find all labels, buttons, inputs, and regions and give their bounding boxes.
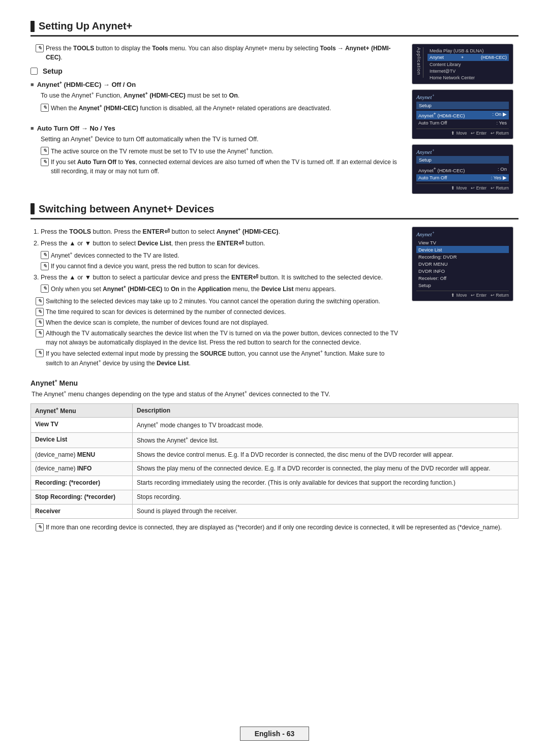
step2-note1-text: Anynet+ devices connected to the TV are … — [51, 250, 179, 260]
screen3-footer: ⬆ Move↩ Enter↩ Return — [416, 183, 509, 191]
step2-note1: ✎ Anynet+ devices connected to the TV ar… — [41, 250, 403, 260]
sub1-title-text: Anynet+ (HDMI-CEC) → Off / On — [37, 80, 136, 88]
screen-setup-1: Anynet+ Setup Anynet+ (HDMI-CEC): On ▶ A… — [412, 89, 513, 139]
note-icon-sw2: ✎ — [36, 308, 44, 316]
screen4-row3: Recording: DVDR — [416, 253, 509, 260]
table-row: Recording: (*recorder) Starts recording … — [31, 476, 518, 490]
sub2-note2-text: If you set Auto Turn Off to Yes, connect… — [51, 158, 403, 176]
sub2-note1: ✎ The active source on the TV remote mus… — [30, 146, 403, 156]
setup-main-content: ✎ Press the TOOLS button to display the … — [30, 44, 403, 194]
screen4-row6: Receiver: Off — [416, 274, 509, 281]
screen1-side-label: Application — [416, 47, 423, 78]
note-icon-sw1: ✎ — [36, 297, 44, 305]
switching-note3-text: When the device scan is complete, the nu… — [46, 318, 268, 327]
switching-main-content: Press the TOOLS button. Press the ENTER⏎… — [30, 227, 403, 369]
screen2-header: Setup — [416, 102, 509, 109]
table-cell-menu-4: (device_name) INFO — [31, 462, 133, 476]
page-footer: English - 63 — [0, 727, 549, 741]
sub1-note-text: When the Anynet+ (HDMI-CEC) function is … — [51, 103, 331, 113]
screen1-row2: Anynet+ (HDMI-CEC) — [428, 54, 509, 61]
note-icon-intro: ✎ — [36, 44, 44, 52]
switching-note5-text: If you have selected external input mode… — [46, 349, 403, 368]
setup-side-images: Application Media Play (USB & DLNA) Anyn… — [412, 44, 518, 194]
table-cell-menu-7: Receiver — [31, 504, 133, 518]
screen1-row4: Internet@TV — [428, 68, 509, 74]
screen3-logo: Anynet+ — [416, 148, 509, 155]
note-icon-table-foot: ✎ — [36, 523, 44, 531]
screen3-header: Setup — [416, 156, 509, 164]
note-icon-step2a: ✎ — [41, 251, 49, 259]
switching-note4-text: Although the TV automatically searches t… — [46, 329, 403, 347]
screen4-row1: View TV — [416, 239, 509, 246]
screen4-row5: DVDR INFO — [416, 267, 509, 274]
anynet-table-footnote: ✎ If more than one recording device is c… — [30, 523, 518, 532]
switching-note4: ✎ Although the TV automatically searches… — [30, 329, 403, 347]
anynet-menu-heading: Anynet+ Menu — [30, 379, 518, 387]
table-cell-desc-7: Sound is played through the receiver. — [133, 504, 518, 518]
table-header-desc: Description — [133, 404, 518, 418]
anynet-menu-desc: The Anynet+ menu changes depending on th… — [30, 389, 518, 400]
sub2-title: Auto Turn Off → No / Yes — [30, 124, 403, 132]
setup-heading: Setup — [30, 67, 403, 75]
screen3-row1: Anynet+ (HDMI-CEC): On — [416, 165, 509, 174]
screen4-logo: Anynet+ — [416, 230, 509, 237]
table-row: View TV Anynet+ mode changes to TV broad… — [31, 418, 518, 433]
setup-intro-text: Press the TOOLS button to display the To… — [46, 44, 403, 62]
switching-note1-text: Switching to the selected devices may ta… — [46, 297, 380, 306]
note-icon-sw4: ✎ — [36, 329, 44, 337]
sub1-title: Anynet+ (HDMI-CEC) → Off / On — [30, 80, 403, 88]
table-cell-desc-3: Shows the device control menus. E.g. If … — [133, 448, 518, 462]
screen1-row1: Media Play (USB & DLNA) — [428, 47, 509, 54]
note-icon-sw3: ✎ — [36, 319, 44, 327]
screen4-footer: ⬆ Move↩ Enter↩ Return — [416, 291, 509, 298]
table-header-menu: Anynet+ Menu — [31, 404, 133, 418]
sub2-title-text: Auto Turn Off → No / Yes — [37, 124, 115, 132]
section2-title-text: Switching between Anynet+ Devices — [39, 203, 214, 215]
table-cell-desc-2: Shows the Anynet+ device list. — [133, 432, 518, 448]
table-cell-menu-5: Recording: (*recorder) — [31, 476, 133, 490]
sub1-body: To use the Anynet+ Function, Anynet+ (HD… — [30, 90, 403, 101]
screen2-row2: Auto Turn Off: Yes — [416, 119, 509, 127]
table-cell-menu-1: View TV — [31, 418, 133, 433]
table-row: Receiver Sound is played through the rec… — [31, 504, 518, 518]
anynet-menu-section: Anynet+ Menu The Anynet+ menu changes de… — [30, 379, 518, 532]
table-cell-menu-6: Stop Recording: (*recorder) — [31, 490, 133, 505]
switching-steps: Press the TOOLS button. Press the ENTER⏎… — [30, 227, 403, 294]
note-icon-sub2a: ✎ — [41, 147, 49, 155]
step3: Press the ▲ or ▼ button to select a part… — [41, 273, 403, 294]
note-icon-sub2b: ✎ — [41, 158, 49, 166]
page-footer-box: English - 63 — [240, 727, 310, 741]
screen-application-menu: Application Media Play (USB & DLNA) Anyn… — [412, 44, 513, 84]
table-cell-menu-3: (device_name) MENU — [31, 448, 133, 462]
sub2-body: Setting an Anynet+ Device to turn Off au… — [30, 134, 403, 145]
screen4-row2: Device List — [416, 246, 509, 253]
anynet-menu-table: Anynet+ Menu Description View TV Anynet+… — [30, 403, 518, 519]
anynet-table-footnote-text: If more than one recording device is con… — [46, 523, 502, 532]
step2-note2: ✎ If you cannot find a device you want, … — [41, 262, 403, 271]
note-icon-sub1: ✎ — [41, 104, 49, 112]
screen1-row5: Home Network Center — [428, 74, 509, 81]
screen3-row2: Auto Turn Off: Yes ▶ — [416, 174, 509, 181]
section-title-setup: Setting Up Anynet+ — [30, 20, 518, 37]
footer-text: English - 63 — [255, 730, 295, 738]
screen2-footer: ⬆ Move↩ Enter↩ Return — [416, 129, 509, 136]
screen-device-list: Anynet+ View TV Device List Recording: D… — [412, 227, 513, 302]
checkbox-icon-setup — [30, 68, 38, 75]
sub2-note2: ✎ If you set Auto Turn Off to Yes, conne… — [30, 158, 403, 176]
screen2-row1: Anynet+ (HDMI-CEC): On ▶ — [416, 111, 509, 119]
screen4-row7: Setup — [416, 281, 509, 289]
table-cell-desc-4: Shows the play menu of the connected dev… — [133, 462, 518, 476]
table-row: Device List Shows the Anynet+ device lis… — [31, 432, 518, 448]
setup-heading-text: Setup — [43, 67, 63, 75]
setup-intro-note: ✎ Press the TOOLS button to display the … — [30, 44, 403, 62]
table-row: Stop Recording: (*recorder) Stops record… — [31, 490, 518, 505]
switching-note5: ✎ If you have selected external input mo… — [30, 349, 403, 368]
sub1-note: ✎ When the Anynet+ (HDMI-CEC) function i… — [30, 103, 403, 113]
screen1-row3: Content Library — [428, 61, 509, 68]
table-cell-desc-5: Starts recording immediately using the r… — [133, 476, 518, 490]
switching-note3: ✎ When the device scan is complete, the … — [30, 318, 403, 327]
screen-setup-2: Anynet+ Setup Anynet+ (HDMI-CEC): On Aut… — [412, 144, 513, 194]
step3-note: ✎ Only when you set Anynet+ (HDMI-CEC) t… — [41, 284, 403, 294]
switching-note2: ✎ The time required to scan for devices … — [30, 307, 403, 317]
note-icon-sw5: ✎ — [36, 349, 44, 357]
